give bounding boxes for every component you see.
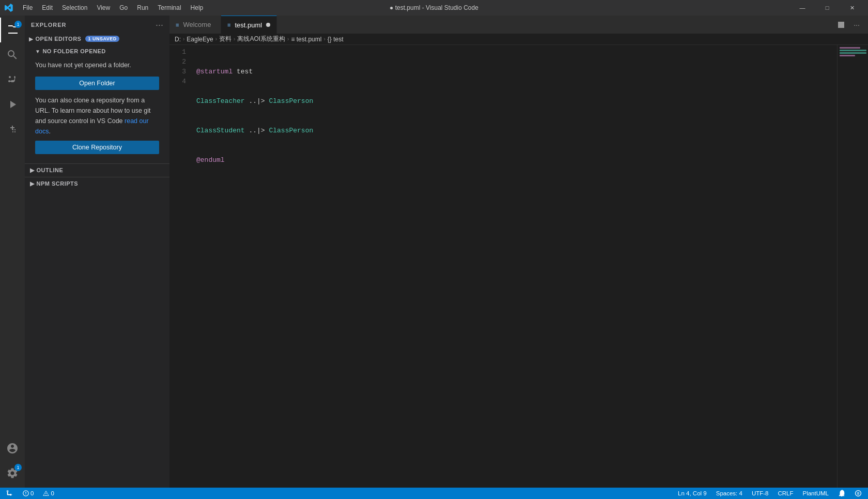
menu-go[interactable]: Go: [115, 3, 132, 13]
status-bar-left: 0 0: [4, 488, 56, 499]
clone-description: You can also clone a repository from a U…: [35, 95, 159, 137]
remote-icon: [855, 490, 862, 497]
activity-extensions[interactable]: [0, 117, 25, 142]
line-number-3: 3: [169, 67, 186, 77]
tab-test-puml[interactable]: ≡ test.puml: [221, 16, 277, 34]
breadcrumb-resources[interactable]: 资料: [219, 35, 231, 43]
line-ending-item[interactable]: CRLF: [776, 488, 795, 499]
sidebar: Explorer ··· ▶ Open Editors 1 Unsaved ▼ …: [25, 16, 169, 488]
line-numbers: 1 2 3 4: [169, 45, 190, 488]
error-count: 0: [30, 490, 34, 496]
minimize-button[interactable]: —: [791, 0, 814, 16]
breadcrumb-sep-1: ›: [183, 36, 184, 42]
outline-section: ▶ Outline: [25, 163, 169, 177]
menu-help[interactable]: Help: [187, 3, 208, 13]
no-folder-chevron-icon: ▼: [35, 49, 40, 54]
breadcrumb-sep-3: ›: [234, 36, 235, 42]
activity-settings[interactable]: 1: [0, 461, 25, 486]
tab-dirty-indicator: [266, 23, 270, 27]
breadcrumb-symbol[interactable]: {} test: [328, 36, 344, 43]
breadcrumb-file[interactable]: ≡ test.puml: [291, 36, 321, 43]
menu-file[interactable]: File: [19, 3, 37, 13]
source-control-status-item[interactable]: [4, 488, 16, 499]
error-icon: [23, 490, 29, 496]
tab-welcome[interactable]: ≡ Welcome: [169, 16, 221, 34]
line-number-1: 1: [169, 47, 186, 57]
tab-welcome-label: Welcome: [183, 21, 211, 28]
split-editor-icon: [838, 21, 845, 28]
indentation-item[interactable]: Spaces: 4: [714, 488, 745, 499]
activity-source-control[interactable]: [0, 67, 25, 92]
menu-view[interactable]: View: [92, 3, 114, 13]
more-actions-button[interactable]: ···: [849, 18, 864, 32]
npm-scripts-chevron-icon: ▶: [30, 180, 35, 187]
language-mode-item[interactable]: PlantUML: [801, 488, 831, 499]
title-bar-left: File Edit Selection View Go Run Terminal…: [4, 3, 207, 13]
code-line-2: ClassTeacher ..|> ClassPerson: [196, 96, 837, 106]
clone-desc-period: .: [49, 128, 50, 135]
close-button[interactable]: ✕: [840, 0, 864, 16]
clone-repository-button[interactable]: Clone Repository: [35, 141, 159, 154]
code-line-4: @enduml: [196, 155, 837, 165]
no-folder-label: No Folder Opened: [42, 48, 105, 54]
warning-status-item[interactable]: 0: [41, 488, 56, 499]
source-control-activity-icon: [6, 73, 19, 86]
breadcrumb-sep-5: ›: [323, 36, 325, 42]
minimap-content: [838, 45, 868, 59]
line-number-2: 2: [169, 57, 186, 67]
no-folder-title[interactable]: ▼ No Folder Opened: [35, 48, 159, 54]
menu-edit[interactable]: Edit: [38, 3, 57, 13]
sidebar-content: ▶ Open Editors 1 Unsaved ▼ No Folder Ope…: [25, 34, 169, 488]
remote-item[interactable]: [853, 488, 864, 499]
split-editor-button[interactable]: [834, 18, 848, 32]
mini-line-2: [840, 50, 866, 51]
sidebar-more-button[interactable]: ···: [156, 20, 163, 29]
explorer-badge: 1: [14, 21, 22, 28]
no-folder-description: You have not yet opened a folder.: [35, 61, 159, 70]
breadcrumb-sep-4: ›: [287, 36, 289, 42]
indentation-text: Spaces: 4: [716, 490, 742, 496]
open-folder-button[interactable]: Open Folder: [35, 77, 159, 90]
breadcrumb-system[interactable]: 离线AOI系统重构: [237, 35, 285, 43]
activity-run-debug[interactable]: [0, 92, 25, 117]
code-editor[interactable]: 1 2 3 4 @startuml test ClassTeacher ..|>…: [169, 45, 868, 488]
code-content[interactable]: @startuml test ClassTeacher ..|> ClassPe…: [190, 45, 837, 488]
activity-explorer[interactable]: 1: [0, 18, 25, 42]
tab-bar: ≡ Welcome ≡ test.puml ···: [169, 16, 868, 34]
window-title: ● test.puml - Visual Studio Code: [390, 4, 478, 11]
outline-label: Outline: [37, 167, 64, 173]
cursor-position-text: Ln 4, Col 9: [678, 490, 707, 496]
error-status-item[interactable]: 0: [21, 488, 36, 499]
test-puml-tab-icon: ≡: [227, 22, 230, 28]
tab-test-puml-label: test.puml: [235, 21, 262, 29]
breadcrumb-eagleeye[interactable]: EagleEye: [187, 36, 213, 43]
menu-selection[interactable]: Selection: [58, 3, 91, 13]
maximize-button[interactable]: □: [815, 0, 839, 16]
open-editors-section-header[interactable]: ▶ Open Editors 1 Unsaved: [25, 34, 169, 44]
outline-header[interactable]: ▶ Outline: [25, 164, 169, 177]
run-debug-activity-icon: [6, 98, 19, 111]
window-controls: — □ ✕: [791, 0, 864, 16]
open-editors-label: Open Editors: [36, 36, 82, 42]
code-line-3: ClassStudent ..|> ClassPerson: [196, 126, 837, 135]
sidebar-header: Explorer ···: [25, 16, 169, 34]
line-ending-text: CRLF: [778, 490, 793, 496]
minimap: [837, 45, 868, 488]
menu-terminal[interactable]: Terminal: [153, 3, 185, 13]
settings-badge: 1: [14, 464, 22, 471]
npm-scripts-header[interactable]: ▶ NPM Scripts: [25, 177, 169, 190]
notifications-item[interactable]: [836, 488, 847, 499]
encoding-item[interactable]: UTF-8: [750, 488, 771, 499]
cursor-position-item[interactable]: Ln 4, Col 9: [676, 488, 709, 499]
language-mode-text: PlantUML: [803, 490, 829, 496]
breadcrumb-sep-2: ›: [215, 36, 217, 42]
code-line-1: @startuml test: [196, 67, 837, 77]
bell-icon: [838, 490, 845, 497]
activity-search[interactable]: [0, 42, 25, 67]
source-control-status-icon: [6, 490, 13, 497]
activity-account[interactable]: [0, 436, 25, 461]
breadcrumb-drive[interactable]: D:: [175, 36, 181, 43]
encoding-text: UTF-8: [752, 490, 769, 496]
menu-run[interactable]: Run: [133, 3, 152, 13]
npm-scripts-label: NPM Scripts: [37, 180, 79, 187]
